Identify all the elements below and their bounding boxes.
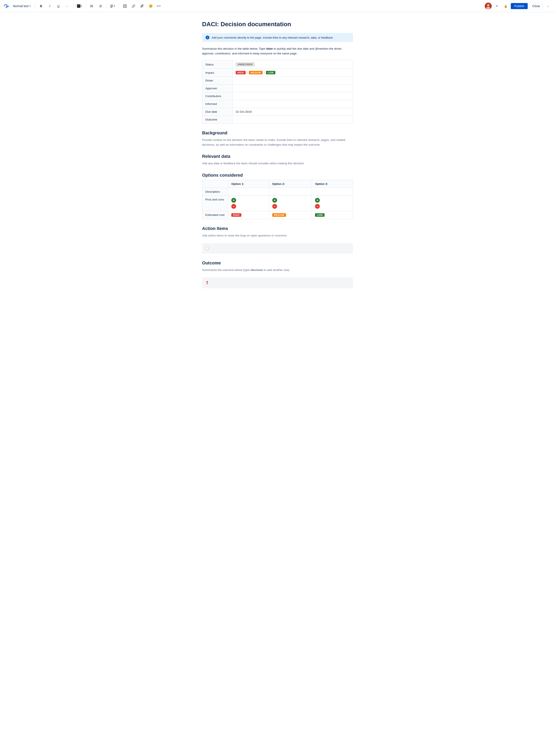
relevant-data-text: Add any data or feedback the team should… xyxy=(202,161,353,166)
insert-button[interactable]: + ▾ xyxy=(156,3,161,9)
svg-rect-8 xyxy=(100,5,102,5)
pros-icon: + xyxy=(272,198,277,203)
italic-button[interactable]: I xyxy=(46,3,53,9)
impact-medium-badge: MEDIUM xyxy=(249,71,263,74)
daci-value-informed[interactable] xyxy=(232,100,353,108)
cost-high-badge: HIGH xyxy=(231,213,241,217)
daci-label-informed: Informed xyxy=(202,100,232,108)
options-description-3[interactable] xyxy=(312,188,353,195)
svg-point-5 xyxy=(90,6,91,7)
options-row-pros-cons-label: Pros and cons xyxy=(202,195,228,211)
daci-value-contributors[interactable] xyxy=(232,92,353,100)
options-description-2[interactable] xyxy=(269,188,312,195)
options-pros-cons-1[interactable]: + − xyxy=(228,195,269,211)
page-title: DACI: Decision documentation xyxy=(202,21,353,28)
outcome-box[interactable]: ❢ xyxy=(202,277,353,288)
outcome-heading: Outcome xyxy=(202,261,353,266)
cons-icon: − xyxy=(272,204,277,209)
daci-value-approver[interactable] xyxy=(232,85,353,92)
options-row-cost-label: Estimated cost xyxy=(202,211,228,219)
text-style-label: Normal text xyxy=(13,4,29,8)
options-heading: Options considered xyxy=(202,173,353,178)
svg-rect-14 xyxy=(110,6,113,6)
svg-point-3 xyxy=(90,6,91,6)
toolbar-divider-3 xyxy=(85,3,86,9)
numbered-list-icon: 1. 2. 3. xyxy=(99,4,102,8)
options-pros-cons-3[interactable]: + − xyxy=(312,195,353,211)
logo[interactable] xyxy=(3,3,9,9)
action-items-section: Action Items Add action items to close t… xyxy=(202,226,353,254)
options-col-1: Option 1: xyxy=(228,180,269,188)
underline-button[interactable]: U xyxy=(55,3,62,9)
table-row: Pros and cons + − + − xyxy=(202,195,353,211)
impact-high-badge: HIGH xyxy=(236,71,246,74)
impact-low-badge: LOW xyxy=(266,71,275,74)
daci-value-status[interactable]: UNDECIDED xyxy=(232,60,353,69)
action-checkbox[interactable] xyxy=(206,247,209,250)
svg-point-0 xyxy=(6,5,7,7)
table-row: Driver xyxy=(202,77,353,85)
emoji-button[interactable]: 😊 xyxy=(147,3,154,9)
daci-value-driver[interactable] xyxy=(232,77,353,85)
more-options-button[interactable]: ··· xyxy=(545,3,552,9)
cons-icon: − xyxy=(315,204,320,209)
bold-button[interactable]: B xyxy=(38,3,45,9)
link-icon xyxy=(132,4,135,8)
table-row: Outcome xyxy=(202,116,353,124)
align-icon xyxy=(110,4,114,8)
svg-text:3.: 3. xyxy=(99,6,100,8)
lock-button[interactable]: 🔒 xyxy=(502,3,509,9)
chevron-down-icon-color: ▾ xyxy=(81,5,82,7)
daci-value-outcome[interactable] xyxy=(232,116,353,124)
options-description-1[interactable] xyxy=(228,188,269,195)
publish-button[interactable]: Publish xyxy=(511,3,528,9)
table-row: Option 1: Option 2: Option 3: xyxy=(202,180,353,188)
options-pros-cons-2[interactable]: + − xyxy=(269,195,312,211)
daci-label-contributors: Contributors xyxy=(202,92,232,100)
close-button[interactable]: Close xyxy=(529,3,543,9)
daci-label-impact: Impact xyxy=(202,69,232,77)
table-row: Status UNDECIDED xyxy=(202,60,353,69)
table-row: Description xyxy=(202,188,353,195)
options-cost-1[interactable]: HIGH xyxy=(228,211,269,219)
info-banner: i Add your comments directly to the page… xyxy=(202,33,353,42)
align-button[interactable]: ▾ xyxy=(109,3,116,9)
daci-value-impact[interactable]: HIGH / MEDIUM / LOW xyxy=(232,69,353,77)
outcome-desc: Summarize the outcome below (type /decis… xyxy=(202,268,353,272)
pros-cons-cell: + − xyxy=(231,198,266,209)
daci-label-status: Status xyxy=(202,60,232,69)
svg-rect-13 xyxy=(110,5,113,5)
text-color-button[interactable]: ▾ xyxy=(76,3,83,9)
cost-medium-badge: MEDIUM xyxy=(272,213,286,217)
options-section: Options considered Option 1: Option 2: O… xyxy=(202,173,353,219)
more-formatting-button[interactable]: ··· xyxy=(64,3,71,9)
link-button[interactable] xyxy=(130,3,137,9)
text-style-selector[interactable]: Normal text ▾ xyxy=(11,3,32,9)
daci-label-driver: Driver xyxy=(202,77,232,85)
numbered-list-button[interactable]: 1. 2. 3. xyxy=(97,3,104,9)
chevron-down-icon-insert: ▾ xyxy=(159,5,161,7)
table-row: Informed xyxy=(202,100,353,108)
background-heading: Background xyxy=(202,131,353,135)
bullet-list-button[interactable] xyxy=(88,3,95,9)
table-button[interactable] xyxy=(121,3,128,9)
svg-rect-16 xyxy=(110,7,112,8)
options-cost-2[interactable]: MEDIUM xyxy=(269,211,312,219)
action-items-box[interactable] xyxy=(202,243,353,254)
table-row: Estimated cost HIGH MEDIUM LOW xyxy=(202,211,353,219)
add-collaborator-button[interactable]: + xyxy=(494,3,500,9)
action-items-heading: Action Items xyxy=(202,226,353,231)
attach-button[interactable] xyxy=(139,3,146,9)
relevant-data-section: Relevant data Add any data or feedback t… xyxy=(202,154,353,166)
table-row: Approver xyxy=(202,85,353,92)
background-section: Background Provide context on the decisi… xyxy=(202,131,353,147)
info-banner-text: Add your comments directly to the page. … xyxy=(212,36,333,39)
svg-rect-17 xyxy=(123,5,126,8)
svg-rect-4 xyxy=(91,6,93,6)
table-row: Contributors xyxy=(202,92,353,100)
daci-value-due-date[interactable]: 31 Oct 2019 xyxy=(232,108,353,116)
options-cost-3[interactable]: LOW xyxy=(312,211,353,219)
table-icon xyxy=(123,4,127,8)
table-row: Due date 31 Oct 2019 xyxy=(202,108,353,116)
avatar[interactable] xyxy=(485,3,492,9)
